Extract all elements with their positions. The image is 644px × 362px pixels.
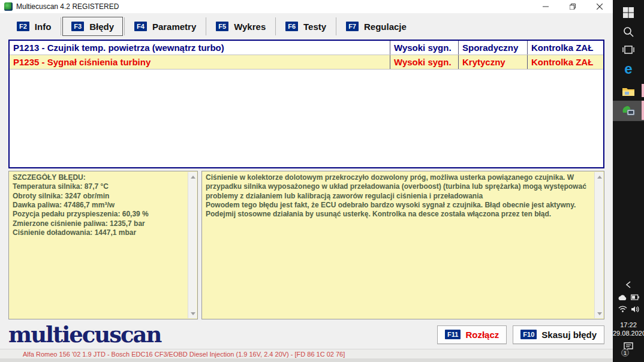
fkey-badge: F4 — [134, 22, 147, 31]
error-list: P1213 - Czujnik temp. powietrza (wewnątr… — [8, 40, 604, 168]
restore-button[interactable] — [559, 0, 586, 13]
edge-browser-icon[interactable]: e — [613, 59, 644, 79]
action-center-icon[interactable]: 1 — [613, 340, 644, 356]
scroll-up-icon[interactable] — [188, 172, 197, 182]
close-button[interactable] — [586, 0, 613, 13]
error-description-text: Ciśnienie w kolektorze dolotowym przekro… — [206, 173, 593, 317]
tab-testy[interactable]: F6 Testy — [277, 17, 335, 36]
error-row-p1235[interactable]: P1235 - Sygnał ciśnienia turbiny Wysoki … — [10, 55, 603, 70]
tab-bledy[interactable]: F3 Błędy — [62, 17, 123, 36]
footer-bar: multiecuscan F11 Rozłącz F10 Skasuj błęd… — [8, 322, 604, 347]
status-bar: Alfa Romeo 156 '02 1.9 JTD - Bosch EDC16… — [0, 349, 613, 358]
windows-taskbar: e 17:22 29.08.2020 1 — [613, 0, 644, 362]
detail-panels: SZCZEGÓŁY BŁĘDU: Temperatura silnika: 87… — [8, 171, 604, 319]
wallpaper-sliver — [642, 101, 644, 120]
multiecuscan-window: Multiecuscan 4.2 REGISTERED F2 Info — [0, 0, 613, 362]
multiecuscan-logo: multiecuscan — [8, 324, 161, 346]
detail-line: Ciśnienie doładowania: 1447,1 mbar — [13, 228, 186, 237]
desktop-screen: Multiecuscan 4.2 REGISTERED F2 Info — [0, 0, 644, 362]
error-details-panel: SZCZEGÓŁY BŁĘDU: Temperatura silnika: 87… — [8, 171, 198, 319]
fkey-badge: F3 — [71, 22, 84, 31]
tab-regulacje[interactable]: F7 Regulacje — [338, 17, 415, 36]
window-controls — [532, 0, 613, 13]
scroll-down-icon[interactable] — [595, 309, 604, 318]
wallpaper-sliver — [642, 84, 644, 97]
tab-wykres[interactable]: F5 Wykres — [207, 17, 274, 36]
error-signal: Wysoki sygn. — [390, 55, 459, 69]
task-view-icon[interactable] — [613, 41, 644, 59]
speaker-icon — [631, 306, 639, 313]
fkey-badge: F11 — [445, 330, 461, 339]
clear-errors-button[interactable]: F10 Skasuj błędy — [513, 325, 604, 344]
error-row-p1213[interactable]: P1213 - Czujnik temp. powietrza (wewnątr… — [10, 41, 603, 55]
start-button[interactable] — [613, 4, 644, 22]
details-scrollbar[interactable] — [188, 172, 197, 318]
app-logo-icon — [4, 2, 13, 11]
description-scrollbar[interactable] — [594, 172, 603, 318]
show-hidden-icons-chevron[interactable] — [613, 279, 644, 290]
detail-line: Temperatura silnika: 87,7 °C — [13, 182, 186, 191]
description-paragraph: Ciśnienie w kolektorze dolotowym przekro… — [206, 173, 593, 201]
tab-divider — [336, 17, 336, 35]
error-description: P1235 - Sygnał ciśnienia turbiny — [10, 55, 390, 69]
fkey-badge: F7 — [346, 22, 359, 31]
tab-parametry[interactable]: F4 Parametry — [126, 17, 204, 36]
error-status: Krytyczny — [459, 55, 528, 69]
wifi-icon — [618, 306, 627, 313]
detail-line: Zmierzone ciśnienie paliwa: 1235,7 bar — [13, 219, 186, 228]
tab-divider — [206, 17, 206, 35]
error-signal: Wysoki sygn. — [390, 41, 459, 55]
onedrive-cloud-icon — [618, 294, 627, 301]
tab-divider — [61, 17, 61, 35]
fkey-badge: F10 — [520, 330, 537, 339]
error-details-text: SZCZEGÓŁY BŁĘDU: Temperatura silnika: 87… — [13, 173, 186, 317]
tab-divider — [124, 17, 125, 35]
disconnect-button[interactable]: F11 Rozłącz — [437, 325, 507, 344]
notification-badge: 1 — [621, 349, 629, 357]
vehicle-status-text: Alfa Romeo 156 '02 1.9 JTD - Bosch EDC16… — [0, 351, 345, 358]
battery-icon — [631, 294, 639, 300]
detail-line: Obroty silnika: 3247 obr/min — [13, 192, 186, 201]
clock-date[interactable]: 29.08.2020 — [613, 330, 644, 337]
details-title: SZCZEGÓŁY BŁĘDU: — [13, 173, 186, 182]
tab-info[interactable]: F2 Info — [8, 17, 59, 36]
scroll-up-icon[interactable] — [595, 172, 604, 182]
titlebar: Multiecuscan 4.2 REGISTERED — [0, 0, 613, 13]
error-description-panel: Ciśnienie w kolektorze dolotowym przekro… — [201, 171, 604, 319]
tray-row-2 — [613, 304, 644, 314]
detail-line: Dawka paliwa: 47486,7 mm³/w — [13, 201, 186, 210]
fkey-badge: F2 — [17, 22, 29, 31]
tray-row-1 — [613, 292, 644, 302]
minimize-button[interactable] — [532, 0, 559, 13]
multiecuscan-taskbar-icon[interactable] — [613, 101, 644, 121]
error-status: Sporadyczny — [459, 41, 528, 55]
detail-line: Pozycja pedału przyspieszenia: 60,39 % — [13, 210, 186, 219]
fkey-badge: F6 — [285, 22, 298, 31]
error-lamp: Kontrolka ZAŁ — [528, 41, 603, 55]
error-description: P1213 - Czujnik temp. powietrza (wewnątr… — [10, 41, 390, 55]
scroll-down-icon[interactable] — [188, 309, 197, 318]
tab-divider — [275, 17, 276, 35]
error-lamp: Kontrolka ZAŁ — [528, 55, 603, 69]
file-explorer-icon[interactable] — [613, 83, 644, 101]
description-paragraph: Powodem tego błędu jest fakt, że ECU ode… — [206, 201, 593, 219]
window-title: Multiecuscan 4.2 REGISTERED — [16, 2, 119, 11]
search-icon[interactable] — [613, 23, 644, 41]
clock-time[interactable]: 17:22 — [613, 321, 644, 328]
window-edge — [0, 358, 613, 362]
tab-bar: F2 Info F3 Błędy F4 Parametry F5 Wykres … — [0, 13, 613, 40]
fkey-badge: F5 — [216, 22, 228, 31]
